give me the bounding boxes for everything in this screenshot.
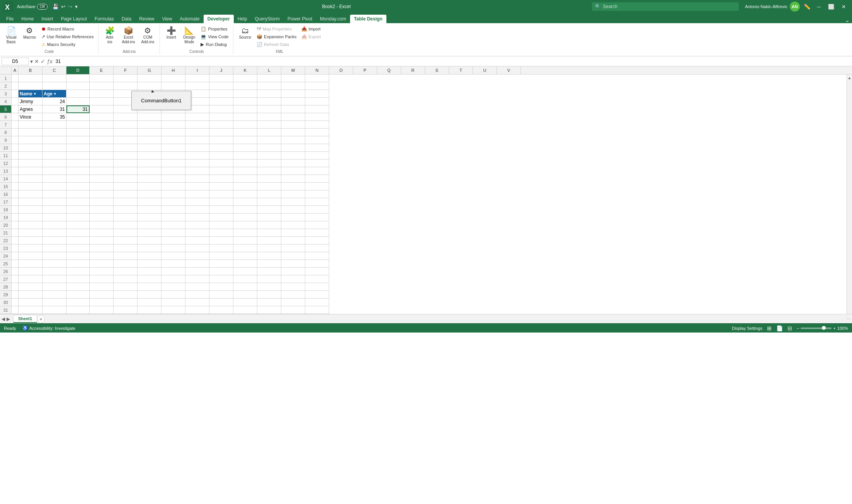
row-num-9[interactable]: 9 — [0, 136, 11, 144]
cell-c16[interactable] — [43, 190, 66, 198]
row-num-5[interactable]: 5 — [0, 105, 11, 113]
tab-developer[interactable]: Developer — [204, 15, 234, 23]
col-header-q[interactable]: Q — [377, 66, 401, 74]
cell-g18[interactable] — [138, 206, 162, 214]
formula-input[interactable] — [54, 58, 850, 65]
cell-e31[interactable] — [90, 306, 114, 314]
cell-j1[interactable] — [209, 75, 233, 82]
cell-f29[interactable] — [114, 291, 138, 299]
cell-b15[interactable] — [19, 183, 43, 190]
cell-e2[interactable] — [90, 82, 114, 90]
cell-a23[interactable] — [12, 244, 19, 252]
cell-a21[interactable] — [12, 229, 19, 237]
cell-f26[interactable] — [114, 268, 138, 275]
cell-l29[interactable] — [257, 291, 281, 299]
cell-b21[interactable] — [19, 229, 43, 237]
cell-i10[interactable] — [185, 144, 209, 152]
cell-a17[interactable] — [12, 198, 19, 206]
col-header-r[interactable]: R — [401, 66, 425, 74]
row-num-7[interactable]: 7 — [0, 121, 11, 129]
row-num-15[interactable]: 15 — [0, 183, 11, 190]
cell-d25[interactable] — [66, 260, 90, 268]
cell-h28[interactable] — [162, 283, 185, 291]
cell-g19[interactable] — [138, 214, 162, 221]
cell-n27[interactable] — [305, 275, 329, 283]
cell-l20[interactable] — [257, 221, 281, 229]
cell-i18[interactable] — [185, 206, 209, 214]
zoom-out-icon[interactable]: − — [797, 326, 799, 331]
cell-g9[interactable] — [138, 136, 162, 144]
cell-k20[interactable] — [233, 221, 257, 229]
cell-j4[interactable] — [209, 98, 233, 105]
cell-c25[interactable] — [43, 260, 66, 268]
row-num-31[interactable]: 31 — [0, 306, 11, 314]
minimize-button[interactable]: ─ — [813, 1, 824, 12]
cell-j6[interactable] — [209, 113, 233, 121]
cell-h21[interactable] — [162, 229, 185, 237]
cell-g13[interactable] — [138, 167, 162, 175]
cell-e12[interactable] — [90, 160, 114, 167]
cell-i8[interactable] — [185, 129, 209, 136]
col-header-a[interactable]: A — [12, 66, 19, 74]
cell-j31[interactable] — [209, 306, 233, 314]
col-header-f[interactable]: F — [114, 66, 138, 74]
cell-l23[interactable] — [257, 244, 281, 252]
col-header-u[interactable]: U — [473, 66, 497, 74]
cell-a4[interactable] — [12, 98, 19, 105]
cell-d15[interactable] — [66, 183, 90, 190]
cell-a27[interactable] — [12, 275, 19, 283]
cell-b26[interactable] — [19, 268, 43, 275]
cell-b3-name-header[interactable]: Name ▼ — [19, 90, 43, 98]
cell-j26[interactable] — [209, 268, 233, 275]
cell-i24[interactable] — [185, 252, 209, 260]
customize-icon[interactable]: ▾ — [75, 3, 78, 10]
cell-n10[interactable] — [305, 144, 329, 152]
cell-a29[interactable] — [12, 291, 19, 299]
row-num-28[interactable]: 28 — [0, 283, 11, 291]
cell-d16[interactable] — [66, 190, 90, 198]
cell-g10[interactable] — [138, 144, 162, 152]
cell-l4[interactable] — [257, 98, 281, 105]
cell-n4[interactable] — [305, 98, 329, 105]
cell-b31[interactable] — [19, 306, 43, 314]
row-num-3[interactable]: 3 — [0, 90, 11, 98]
cell-h18[interactable] — [162, 206, 185, 214]
cell-e7[interactable] — [90, 121, 114, 129]
cell-j2[interactable] — [209, 82, 233, 90]
cell-a7[interactable] — [12, 121, 19, 129]
cell-l22[interactable] — [257, 237, 281, 244]
cell-b10[interactable] — [19, 144, 43, 152]
cell-i17[interactable] — [185, 198, 209, 206]
col-header-p[interactable]: P — [353, 66, 377, 74]
cell-l28[interactable] — [257, 283, 281, 291]
cell-n22[interactable] — [305, 237, 329, 244]
cell-m30[interactable] — [281, 299, 305, 306]
cell-g27[interactable] — [138, 275, 162, 283]
cell-k19[interactable] — [233, 214, 257, 221]
cell-g30[interactable] — [138, 299, 162, 306]
cell-j23[interactable] — [209, 244, 233, 252]
row-num-2[interactable]: 2 — [0, 82, 11, 90]
cell-m18[interactable] — [281, 206, 305, 214]
cell-e13[interactable] — [90, 167, 114, 175]
tab-page-layout[interactable]: Page Layout — [57, 15, 90, 23]
cell-f19[interactable] — [114, 214, 138, 221]
cell-n20[interactable] — [305, 221, 329, 229]
cell-n3[interactable] — [305, 90, 329, 98]
cell-k25[interactable] — [233, 260, 257, 268]
cell-f23[interactable] — [114, 244, 138, 252]
cell-c1[interactable] — [43, 75, 66, 82]
row-num-14[interactable]: 14 — [0, 175, 11, 183]
cell-k8[interactable] — [233, 129, 257, 136]
cell-d7[interactable] — [66, 121, 90, 129]
cell-n23[interactable] — [305, 244, 329, 252]
cell-f16[interactable] — [114, 190, 138, 198]
cell-l24[interactable] — [257, 252, 281, 260]
cell-j9[interactable] — [209, 136, 233, 144]
cell-d1[interactable] — [66, 75, 90, 82]
cell-h24[interactable] — [162, 252, 185, 260]
cell-i26[interactable] — [185, 268, 209, 275]
tab-formulas[interactable]: Formulas — [91, 15, 118, 23]
cell-d30[interactable] — [66, 299, 90, 306]
cell-m27[interactable] — [281, 275, 305, 283]
